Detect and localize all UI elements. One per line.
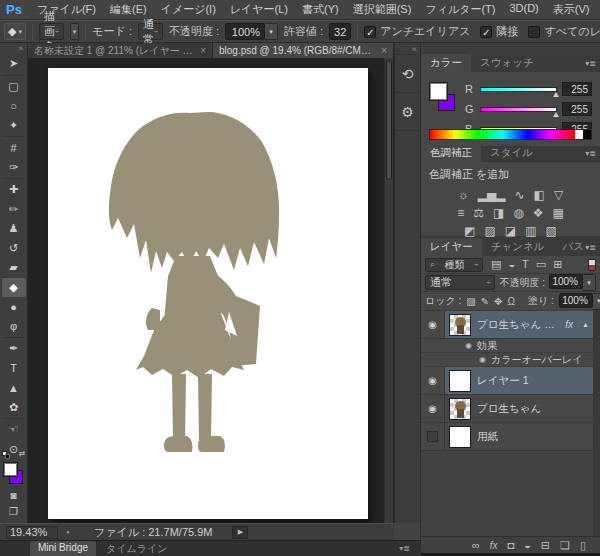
slider-thumb[interactable] bbox=[553, 112, 559, 117]
layers-panel-tab[interactable]: チャンネル bbox=[482, 238, 554, 256]
visibility-cell[interactable] bbox=[421, 423, 445, 450]
custom-shape-tool[interactable]: ✿ bbox=[2, 398, 26, 418]
slider-thumb[interactable] bbox=[553, 92, 559, 97]
vibrance-icon[interactable]: ▽ bbox=[554, 187, 563, 203]
menubar-item[interactable]: ファイル(F) bbox=[30, 2, 103, 17]
visibility-cell[interactable]: ◉ bbox=[421, 395, 445, 422]
layer-row-main[interactable]: プロ生ちゃん のコピーfx▲ bbox=[445, 311, 593, 338]
channel-slider[interactable] bbox=[480, 107, 557, 112]
eye-icon[interactable]: ◉ bbox=[465, 341, 472, 350]
threshold-icon[interactable]: ◪ bbox=[505, 223, 516, 239]
new-adjustment-layer-icon[interactable]: ◒ bbox=[524, 539, 531, 551]
mode-select[interactable]: 通常 ÷ bbox=[138, 23, 163, 40]
menubar-item[interactable]: 編集(E) bbox=[103, 2, 154, 17]
opacity-input[interactable]: 100% bbox=[225, 23, 265, 40]
layer-filter-kind-select[interactable]: ⌕ 種類 ÷ bbox=[425, 258, 483, 272]
visibility-cell[interactable]: ◉ bbox=[421, 311, 445, 338]
paint-bucket-tool[interactable]: ◆ bbox=[2, 278, 26, 298]
menubar-item[interactable]: レイヤー(L) bbox=[223, 2, 295, 17]
filter-shape-layers-icon[interactable]: ▭ bbox=[536, 258, 546, 271]
quick-mask-button[interactable]: ◙ bbox=[2, 487, 26, 503]
gradient-map-icon[interactable]: ▥ bbox=[525, 223, 536, 239]
visibility-cell[interactable]: ◉ bbox=[421, 367, 445, 394]
lock-paint-icon[interactable]: ✎ bbox=[481, 296, 489, 307]
bottom-panel-tab[interactable]: タイムライン bbox=[98, 541, 175, 556]
type-tool[interactable]: T bbox=[2, 359, 26, 379]
lock-position-icon[interactable]: ✥ bbox=[494, 296, 502, 307]
dock-collapse-button[interactable]: « bbox=[395, 43, 420, 55]
posterize-icon[interactable]: ▨ bbox=[484, 223, 495, 239]
filter-adjustment-layers-icon[interactable]: ◒ bbox=[508, 258, 515, 271]
zoom-level-input[interactable]: 19.43% bbox=[6, 526, 58, 539]
canvas-area[interactable] bbox=[28, 58, 394, 523]
checkbox-icon[interactable]: ✓ bbox=[480, 26, 492, 38]
menubar-item[interactable]: 3D(D) bbox=[502, 2, 545, 17]
status-options-button[interactable]: ▶ bbox=[232, 526, 248, 539]
menubar-item[interactable]: 選択範囲(S) bbox=[346, 2, 419, 17]
blur-tool[interactable]: ● bbox=[2, 297, 26, 317]
eye-icon[interactable]: ◉ bbox=[479, 355, 486, 364]
spectrum-gradient[interactable] bbox=[430, 130, 575, 139]
color-panel-tab[interactable]: カラー bbox=[421, 54, 471, 72]
eraser-tool[interactable]: ▰ bbox=[2, 258, 26, 278]
document-tab[interactable]: 名称未設定 1 @ 211% (レイヤー 1, RGB...× bbox=[28, 43, 213, 58]
layer-thumbnail[interactable] bbox=[449, 314, 471, 336]
layer-thumbnail[interactable] bbox=[449, 370, 471, 392]
panel-menu-icon[interactable]: ▾≣ bbox=[585, 149, 596, 158]
curves-icon[interactable]: ∿ bbox=[515, 187, 525, 203]
lock-transparency-icon[interactable]: ▨ bbox=[466, 296, 475, 307]
fill-source-select[interactable]: 描画色 ÷ bbox=[39, 23, 64, 40]
checkbox-icon[interactable]: ✓ bbox=[364, 26, 376, 38]
path-selection-tool[interactable]: ▲ bbox=[2, 378, 26, 398]
filter-type-layers-icon[interactable]: T bbox=[522, 258, 529, 271]
opacity-dropdown-button[interactable]: ▾ bbox=[265, 23, 278, 40]
add-layer-mask-icon[interactable]: ◘ bbox=[508, 539, 515, 551]
layer-row[interactable]: ◉レイヤー 1 bbox=[421, 367, 593, 395]
filter-smart-objects-icon[interactable]: ⊞ bbox=[553, 258, 562, 271]
adjustments-panel-tab[interactable]: スタイル bbox=[481, 144, 542, 162]
panel-menu-icon[interactable]: ▾≣ bbox=[585, 243, 596, 252]
color-lookup-icon[interactable]: ▦ bbox=[553, 205, 564, 221]
layer-opacity-dropdown[interactable]: ▾ bbox=[583, 274, 596, 291]
eye-icon[interactable]: ◉ bbox=[428, 403, 437, 414]
marquee-tool[interactable]: ▢ bbox=[2, 77, 26, 97]
link-layers-icon[interactable]: ∞ bbox=[472, 539, 480, 551]
invert-icon[interactable]: ◩ bbox=[464, 223, 475, 239]
black-white-icon[interactable]: ◨ bbox=[493, 205, 504, 221]
layer-row[interactable]: ◉プロ生ちゃん のコピーfx▲ bbox=[421, 311, 593, 339]
exposure-icon[interactable]: ◧ bbox=[534, 187, 545, 203]
menubar-item[interactable]: 書式(Y) bbox=[295, 2, 346, 17]
color-spectrum-ramp[interactable] bbox=[429, 129, 592, 140]
magic-wand-tool[interactable]: ✦ bbox=[2, 116, 26, 136]
spectrum-black-swatch[interactable] bbox=[583, 130, 591, 139]
layer-row-main[interactable]: レイヤー 1 bbox=[445, 367, 593, 394]
dodge-tool[interactable]: φ bbox=[2, 317, 26, 337]
fill-opacity-dropdown[interactable]: ▾ bbox=[593, 293, 600, 310]
swap-colors-icon[interactable]: ⇄ bbox=[19, 449, 26, 458]
lasso-tool[interactable]: ○ bbox=[2, 96, 26, 116]
crop-tool[interactable]: # bbox=[2, 138, 26, 158]
channel-value-input[interactable]: 255 bbox=[562, 102, 592, 116]
tool-presets-panel-icon[interactable]: ⚙ bbox=[395, 93, 420, 131]
eye-icon[interactable]: ◉ bbox=[428, 375, 437, 386]
delete-layer-icon[interactable]: ▯ bbox=[580, 539, 586, 552]
color-panel-tab[interactable]: スウォッチ bbox=[471, 54, 543, 72]
adjustments-panel-tab[interactable]: 色調補正 bbox=[421, 144, 481, 162]
close-icon[interactable]: × bbox=[200, 45, 206, 56]
foreground-color-swatch[interactable] bbox=[3, 462, 18, 477]
lock-all-icon[interactable]: Ω bbox=[508, 296, 515, 307]
layer-effect-row[interactable]: ◉効果 bbox=[421, 339, 593, 353]
photo-filter-icon[interactable]: ◍ bbox=[513, 205, 523, 221]
document-page[interactable] bbox=[48, 68, 368, 519]
channel-value-input[interactable]: 255 bbox=[562, 82, 592, 96]
layer-thumbnail[interactable] bbox=[449, 398, 471, 420]
history-brush-tool[interactable]: ↺ bbox=[2, 239, 26, 259]
layer-fx-badge[interactable]: fx bbox=[565, 319, 573, 330]
layer-thumbnail[interactable] bbox=[449, 426, 471, 448]
layer-row[interactable]: ◉プロ生ちゃん bbox=[421, 395, 593, 423]
layer-row[interactable]: 用紙 bbox=[421, 423, 593, 451]
close-icon[interactable]: × bbox=[381, 45, 387, 56]
selective-color-icon[interactable]: ▧ bbox=[546, 223, 557, 239]
levels-icon[interactable]: ▂▅▂ bbox=[478, 187, 506, 203]
fx-collapse-icon[interactable]: ▲ bbox=[579, 321, 589, 328]
